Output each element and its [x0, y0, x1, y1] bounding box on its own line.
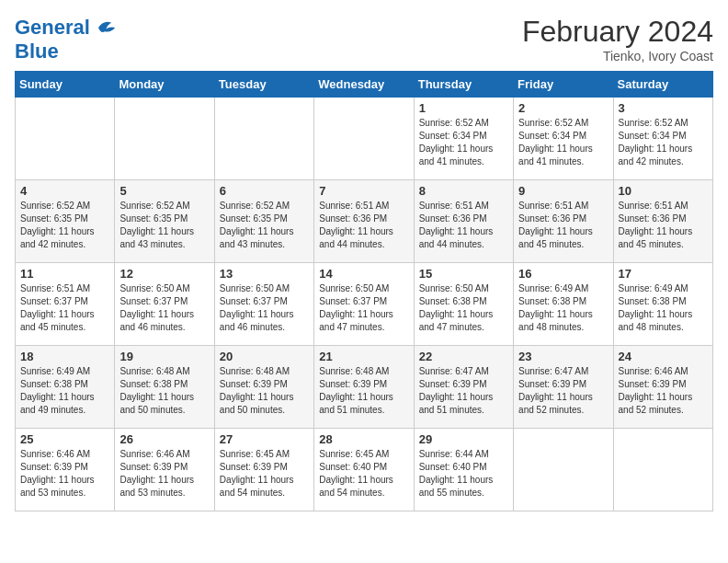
day-info: Sunrise: 6:46 AM Sunset: 6:39 PM Dayligh…: [619, 365, 708, 417]
calendar-cell: [214, 98, 313, 180]
day-info: Sunrise: 6:51 AM Sunset: 6:36 PM Dayligh…: [518, 200, 608, 251]
day-number: 20: [220, 350, 309, 363]
calendar-cell: 18Sunrise: 6:49 AM Sunset: 6:38 PM Dayli…: [16, 346, 115, 429]
day-number: 19: [119, 350, 209, 363]
calendar-week-row: 1Sunrise: 6:52 AM Sunset: 6:34 PM Daylig…: [16, 98, 713, 180]
day-number: 3: [619, 101, 708, 115]
day-number: 23: [518, 350, 608, 363]
day-header-monday: Monday: [115, 72, 214, 98]
calendar-cell: 1Sunrise: 6:52 AM Sunset: 6:34 PM Daylig…: [414, 98, 513, 180]
calendar-cell: [314, 98, 414, 180]
logo: General Blue: [15, 15, 118, 63]
calendar-cell: 19Sunrise: 6:48 AM Sunset: 6:38 PM Dayli…: [115, 346, 214, 429]
day-number: 7: [319, 184, 408, 198]
day-info: Sunrise: 6:52 AM Sunset: 6:35 PM Dayligh…: [20, 200, 109, 251]
day-info: Sunrise: 6:50 AM Sunset: 6:38 PM Dayligh…: [419, 282, 508, 334]
calendar-cell: 23Sunrise: 6:47 AM Sunset: 6:39 PM Dayli…: [514, 346, 613, 429]
day-header-sunday: Sunday: [16, 72, 115, 98]
day-info: Sunrise: 6:52 AM Sunset: 6:34 PM Dayligh…: [419, 117, 508, 168]
calendar-cell: 25Sunrise: 6:46 AM Sunset: 6:39 PM Dayli…: [16, 429, 115, 511]
calendar-cell: 26Sunrise: 6:46 AM Sunset: 6:39 PM Dayli…: [115, 429, 214, 511]
day-number: 4: [20, 184, 109, 198]
day-info: Sunrise: 6:51 AM Sunset: 6:36 PM Dayligh…: [319, 200, 408, 251]
calendar-week-row: 25Sunrise: 6:46 AM Sunset: 6:39 PM Dayli…: [16, 429, 713, 511]
day-number: 10: [619, 184, 708, 198]
day-info: Sunrise: 6:51 AM Sunset: 6:36 PM Dayligh…: [619, 200, 708, 251]
calendar-cell: 11Sunrise: 6:51 AM Sunset: 6:37 PM Dayli…: [16, 263, 115, 346]
calendar-week-row: 11Sunrise: 6:51 AM Sunset: 6:37 PM Dayli…: [16, 263, 713, 346]
calendar-cell: 16Sunrise: 6:49 AM Sunset: 6:38 PM Dayli…: [514, 263, 613, 346]
day-info: Sunrise: 6:50 AM Sunset: 6:37 PM Dayligh…: [119, 282, 209, 334]
day-header-wednesday: Wednesday: [314, 72, 414, 98]
day-info: Sunrise: 6:45 AM Sunset: 6:39 PM Dayligh…: [220, 448, 309, 500]
calendar-cell: 15Sunrise: 6:50 AM Sunset: 6:38 PM Dayli…: [414, 263, 513, 346]
logo-text: General: [15, 17, 90, 39]
calendar-cell: 12Sunrise: 6:50 AM Sunset: 6:37 PM Dayli…: [115, 263, 214, 346]
day-header-saturday: Saturday: [613, 72, 712, 98]
day-info: Sunrise: 6:48 AM Sunset: 6:39 PM Dayligh…: [220, 365, 309, 417]
day-info: Sunrise: 6:51 AM Sunset: 6:37 PM Dayligh…: [20, 282, 109, 334]
calendar-cell: 29Sunrise: 6:44 AM Sunset: 6:40 PM Dayli…: [414, 429, 513, 511]
day-number: 13: [220, 267, 309, 281]
day-number: 25: [20, 432, 109, 446]
day-number: 5: [119, 184, 209, 198]
day-info: Sunrise: 6:52 AM Sunset: 6:35 PM Dayligh…: [119, 200, 209, 251]
day-info: Sunrise: 6:50 AM Sunset: 6:37 PM Dayligh…: [220, 282, 309, 334]
calendar-cell: 5Sunrise: 6:52 AM Sunset: 6:35 PM Daylig…: [115, 180, 214, 263]
calendar-cell: 20Sunrise: 6:48 AM Sunset: 6:39 PM Dayli…: [214, 346, 313, 429]
calendar-cell: 21Sunrise: 6:48 AM Sunset: 6:39 PM Dayli…: [314, 346, 414, 429]
day-number: 28: [319, 432, 408, 446]
day-number: 26: [119, 432, 209, 446]
day-number: 27: [220, 432, 309, 446]
day-info: Sunrise: 6:47 AM Sunset: 6:39 PM Dayligh…: [518, 365, 608, 417]
title-area: February 2024 Tienko, Ivory Coast: [522, 15, 713, 63]
day-number: 14: [319, 267, 408, 281]
calendar-week-row: 4Sunrise: 6:52 AM Sunset: 6:35 PM Daylig…: [16, 180, 713, 263]
day-info: Sunrise: 6:51 AM Sunset: 6:36 PM Dayligh…: [419, 200, 508, 251]
day-number: 18: [20, 350, 109, 363]
day-number: 6: [220, 184, 309, 198]
location-subtitle: Tienko, Ivory Coast: [522, 49, 713, 63]
calendar-cell: [514, 429, 613, 511]
calendar-cell: 3Sunrise: 6:52 AM Sunset: 6:34 PM Daylig…: [613, 98, 712, 180]
calendar-cell: 2Sunrise: 6:52 AM Sunset: 6:34 PM Daylig…: [514, 98, 613, 180]
day-number: 11: [20, 267, 109, 281]
logo-bird-icon: [92, 15, 118, 40]
calendar-cell: [115, 98, 214, 180]
day-info: Sunrise: 6:47 AM Sunset: 6:39 PM Dayligh…: [419, 365, 508, 417]
calendar-table: SundayMondayTuesdayWednesdayThursdayFrid…: [15, 71, 713, 511]
day-info: Sunrise: 6:52 AM Sunset: 6:34 PM Dayligh…: [518, 117, 608, 168]
day-number: 2: [518, 101, 608, 115]
day-info: Sunrise: 6:49 AM Sunset: 6:38 PM Dayligh…: [619, 282, 708, 334]
calendar-cell: 6Sunrise: 6:52 AM Sunset: 6:35 PM Daylig…: [214, 180, 313, 263]
day-info: Sunrise: 6:48 AM Sunset: 6:39 PM Dayligh…: [319, 365, 408, 417]
page-header: General Blue February 2024 Tienko, Ivory…: [15, 15, 713, 63]
calendar-header-row: SundayMondayTuesdayWednesdayThursdayFrid…: [16, 72, 713, 98]
calendar-cell: [613, 429, 712, 511]
calendar-body: 1Sunrise: 6:52 AM Sunset: 6:34 PM Daylig…: [16, 98, 713, 511]
day-number: 15: [419, 267, 508, 281]
day-number: 1: [419, 101, 508, 115]
day-header-tuesday: Tuesday: [214, 72, 313, 98]
day-number: 16: [518, 267, 608, 281]
day-info: Sunrise: 6:45 AM Sunset: 6:40 PM Dayligh…: [319, 448, 408, 500]
day-info: Sunrise: 6:46 AM Sunset: 6:39 PM Dayligh…: [119, 448, 209, 500]
day-number: 12: [119, 267, 209, 281]
calendar-cell: 9Sunrise: 6:51 AM Sunset: 6:36 PM Daylig…: [514, 180, 613, 263]
day-number: 9: [518, 184, 608, 198]
day-info: Sunrise: 6:49 AM Sunset: 6:38 PM Dayligh…: [20, 365, 109, 417]
calendar-cell: 7Sunrise: 6:51 AM Sunset: 6:36 PM Daylig…: [314, 180, 414, 263]
day-number: 29: [419, 432, 508, 446]
day-number: 8: [419, 184, 508, 198]
calendar-cell: 28Sunrise: 6:45 AM Sunset: 6:40 PM Dayli…: [314, 429, 414, 511]
calendar-cell: 10Sunrise: 6:51 AM Sunset: 6:36 PM Dayli…: [613, 180, 712, 263]
calendar-cell: 27Sunrise: 6:45 AM Sunset: 6:39 PM Dayli…: [214, 429, 313, 511]
calendar-week-row: 18Sunrise: 6:49 AM Sunset: 6:38 PM Dayli…: [16, 346, 713, 429]
calendar-cell: 22Sunrise: 6:47 AM Sunset: 6:39 PM Dayli…: [414, 346, 513, 429]
day-info: Sunrise: 6:50 AM Sunset: 6:37 PM Dayligh…: [319, 282, 408, 334]
month-title: February 2024: [522, 15, 713, 49]
day-number: 24: [619, 350, 708, 363]
calendar-cell: 13Sunrise: 6:50 AM Sunset: 6:37 PM Dayli…: [214, 263, 313, 346]
calendar-cell: 14Sunrise: 6:50 AM Sunset: 6:37 PM Dayli…: [314, 263, 414, 346]
day-info: Sunrise: 6:44 AM Sunset: 6:40 PM Dayligh…: [419, 448, 508, 500]
